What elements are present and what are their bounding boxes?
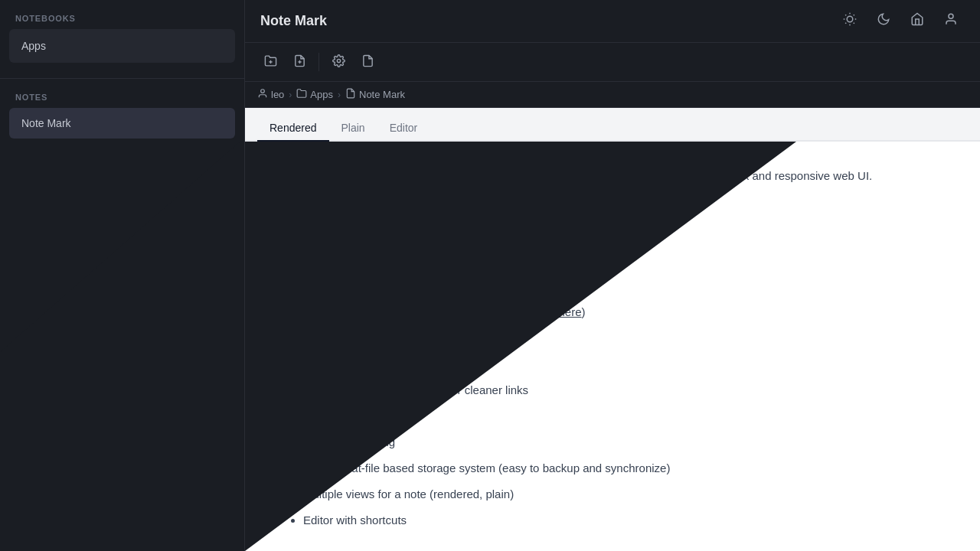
user-guide-link[interactable]: User Guide <box>303 226 361 239</box>
breadcrumb-user[interactable]: leo <box>257 88 284 101</box>
toolbar <box>245 43 980 82</box>
footer-alpha-badge: (ALPHA) <box>114 511 152 522</box>
feature-text-9: Editor with shortcuts <box>303 514 407 527</box>
new-note-button[interactable] <box>286 49 312 75</box>
settings-button[interactable] <box>325 49 351 75</box>
notebooks-section: NOTEBOOKS Apps <box>0 0 244 66</box>
feature-text-5: Dark & Light Theme <box>303 409 405 422</box>
svg-marker-0 <box>0 138 244 551</box>
footer-line2: Licenced Under AGPL-3.0 <box>15 524 229 539</box>
sun-icon-btn[interactable] <box>836 8 864 35</box>
user-breadcrumb-icon <box>257 88 268 101</box>
top-header: Note Mark <box>245 0 980 43</box>
footer-powered-by: Powered By <box>15 511 67 522</box>
svg-point-10 <box>949 14 953 18</box>
feature-text-8: Multiple views for a note (rendered, pla… <box>303 487 514 500</box>
user-icon-btn[interactable] <box>937 8 965 35</box>
svg-point-15 <box>337 59 340 62</box>
notebooks-list: Apps <box>0 29 244 63</box>
tab-bar: Rendered Plain Editor <box>245 108 980 142</box>
moon-icon <box>877 12 890 30</box>
footer-brand: Note Mark <box>67 511 112 522</box>
svg-line-9 <box>854 15 854 15</box>
breadcrumb-user-label: leo <box>271 89 284 100</box>
note-breadcrumb-icon <box>345 88 356 101</box>
note-item-notemark[interactable]: Note Mark <box>9 108 235 139</box>
breadcrumb-chevron-2: › <box>338 90 341 100</box>
feature-item-6: Notebook Sharing <box>303 433 943 452</box>
new-folder-icon <box>264 54 277 70</box>
note-item-label: Note Mark <box>21 117 71 129</box>
sidebar: NOTEBOOKS Apps NOTES Note Mark Powered B… <box>0 0 245 551</box>
svg-line-8 <box>845 23 846 24</box>
moon-icon-btn[interactable] <box>870 8 897 35</box>
notes-section: NOTES Note Mark <box>0 79 244 142</box>
breadcrumb-apps[interactable]: Apps <box>296 88 333 101</box>
user-icon <box>944 12 958 30</box>
notebook-item-apps[interactable]: Apps <box>9 29 235 63</box>
breadcrumb-notemark-label: Note Mark <box>359 89 405 100</box>
home-icon-btn[interactable] <box>903 8 931 35</box>
link-item-setup: Setup Guide <box>303 204 943 218</box>
tab-editor[interactable]: Editor <box>377 116 430 142</box>
feature-item-3: Mobile Friendly <box>303 355 943 373</box>
header-icons <box>836 8 965 35</box>
app-title: Note Mark <box>260 13 327 29</box>
breadcrumb: leo › Apps › Note Mark <box>245 82 980 108</box>
new-note-icon <box>293 54 306 70</box>
feature-item-2: HTML sanitisation, minimizing XSS attack… <box>303 329 943 347</box>
tab-rendered[interactable]: Rendered <box>257 116 329 142</box>
breadcrumb-chevron-1: › <box>289 90 292 100</box>
export-icon <box>361 54 374 70</box>
feature-text-2: HTML sanitisation, minimizing XSS attack… <box>303 331 521 344</box>
feature-item-8: Multiple views for a note (rendered, pla… <box>303 485 943 504</box>
breadcrumb-notemark[interactable]: Note Mark <box>345 88 405 101</box>
main-area: Note Mark <box>245 0 980 551</box>
notebook-item-label: Apps <box>21 40 46 52</box>
breadcrumb-apps-label: Apps <box>310 89 333 100</box>
feature-item-9: Editor with shortcuts <box>303 511 943 530</box>
feature-text-3: Mobile Friendly <box>303 357 381 370</box>
feature-item-1: Markdown (GitHub Flavored Markdown, see … <box>303 303 943 321</box>
settings-icon <box>332 54 345 70</box>
features-heading: Features <box>282 264 943 288</box>
svg-point-1 <box>847 16 853 22</box>
content-links: Setup Guide User Guide <box>282 204 943 240</box>
features-list: Markdown (GitHub Flavored Markdown, see … <box>282 303 943 530</box>
content-area: Note Mark is a lighting fast and minimal… <box>245 142 980 551</box>
feature-item-7: Custom flat-file based storage system (e… <box>303 459 943 478</box>
feature-text-7: Custom flat-file based storage system (e… <box>303 461 670 474</box>
notebooks-label: NOTEBOOKS <box>0 0 244 29</box>
new-folder-button[interactable] <box>257 49 283 75</box>
svg-line-4 <box>845 15 846 15</box>
feature-text-4: Friendly "Slug" based URLs for cleaner l… <box>303 383 528 396</box>
here-link[interactable]: here <box>558 305 581 318</box>
setup-guide-link[interactable]: Setup Guide <box>303 204 367 217</box>
feature-item-4: Friendly "Slug" based URLs for cleaner l… <box>303 381 943 399</box>
feature-text-1: Markdown (GitHub Flavored Markdown, see … <box>303 305 586 318</box>
folder-breadcrumb-icon <box>296 88 307 101</box>
footer-line1: Powered By Note Mark (ALPHA) <box>15 510 229 524</box>
toolbar-separator <box>318 53 319 71</box>
svg-point-16 <box>261 90 265 93</box>
sidebar-footer: Powered By Note Mark (ALPHA) Licenced Un… <box>0 497 244 551</box>
content-intro: Note Mark is a lighting fast and minimal… <box>282 166 943 186</box>
svg-line-5 <box>854 23 854 24</box>
home-icon <box>910 12 924 30</box>
feature-item-5: Dark & Light Theme <box>303 407 943 425</box>
notes-label: NOTES <box>0 79 244 108</box>
notes-list: Note Mark <box>0 108 244 139</box>
tab-plain[interactable]: Plain <box>329 116 377 142</box>
feature-text-6: Notebook Sharing <box>303 435 395 448</box>
link-item-user: User Guide <box>303 226 943 240</box>
sun-icon <box>843 12 857 30</box>
export-button[interactable] <box>354 49 381 75</box>
